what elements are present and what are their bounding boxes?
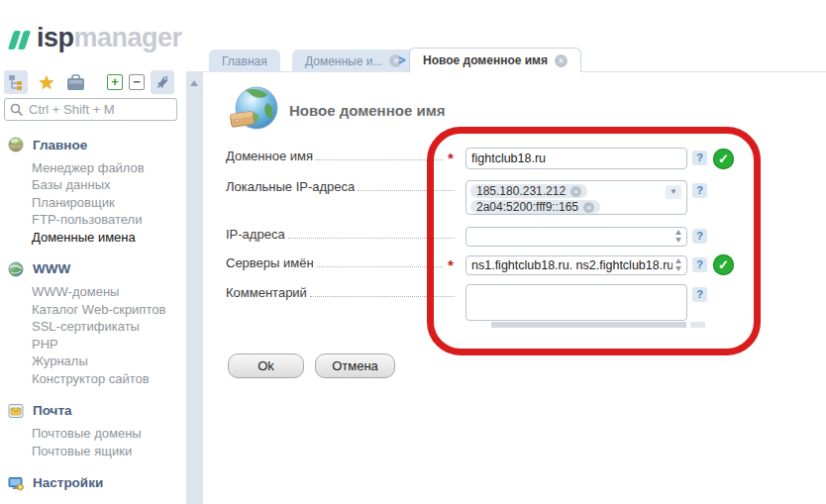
sidebar-item-mail-domains[interactable]: Почтовые домены bbox=[0, 426, 186, 444]
star-icon: ★ bbox=[38, 71, 54, 94]
sidebar-item-scheduler[interactable]: Планировщик bbox=[0, 194, 186, 212]
sidebar-header-www[interactable]: WWW bbox=[0, 259, 186, 279]
valid-check-icon: ✓ bbox=[713, 149, 734, 169]
sidebar-header-label: Главное bbox=[33, 138, 87, 152]
tab-new-domain-name[interactable]: Новое доменное имя × bbox=[409, 48, 581, 72]
sidebar-item-file-manager[interactable]: Менеджер файлов bbox=[0, 159, 186, 177]
sidebar-header-label: Настройки bbox=[33, 475, 103, 490]
tasks-button[interactable] bbox=[63, 70, 87, 94]
ok-button[interactable]: Ok bbox=[228, 353, 304, 378]
chip-remove-icon[interactable]: × bbox=[583, 202, 594, 213]
sphere-icon bbox=[8, 137, 24, 152]
pin-menu-button[interactable] bbox=[151, 70, 174, 94]
tab-label: Новое доменное имя bbox=[423, 53, 548, 67]
tab-bar: Главная Доменные и... × > Новое доменное… bbox=[203, 48, 826, 72]
help-button-domain-name[interactable]: ? bbox=[692, 151, 707, 165]
valid-check-icon: ✓ bbox=[713, 254, 734, 275]
dotted-leader bbox=[288, 238, 455, 239]
sidebar-item-web-scripts[interactable]: Каталог Web-скриптов bbox=[0, 301, 186, 319]
dropdown-arrow-icon[interactable]: ▼ bbox=[666, 185, 681, 199]
search-icon bbox=[10, 103, 24, 117]
horizontal-scrollbar-end bbox=[690, 322, 705, 328]
tab-label: Доменные и... bbox=[305, 54, 382, 68]
field-label-ips: IP-адреса bbox=[226, 227, 458, 242]
required-asterisk: * bbox=[448, 256, 460, 273]
spinner-down-icon[interactable] bbox=[675, 266, 681, 271]
page-title: Новое доменное имя bbox=[289, 102, 445, 119]
chip-text: 2a04:5200:fff9::165 bbox=[476, 200, 578, 214]
expand-all-button[interactable]: + bbox=[107, 74, 123, 90]
sidebar-item-www-domains[interactable]: WWW-домены bbox=[0, 284, 186, 302]
help-button-name-servers[interactable]: ? bbox=[692, 257, 707, 272]
field-label-name-servers: Серверы имён bbox=[226, 255, 446, 270]
dotted-leader bbox=[317, 266, 443, 267]
name-servers-spinner[interactable] bbox=[673, 258, 683, 271]
tree-icon bbox=[8, 74, 25, 91]
collapse-all-button[interactable]: − bbox=[129, 74, 145, 90]
required-asterisk: * bbox=[448, 150, 460, 166]
settings-icon bbox=[8, 475, 24, 491]
sidebar-section-mail: Почта Почтовые домены Почтовые ящики bbox=[0, 401, 186, 460]
field-label-comment: Комментарий bbox=[226, 285, 458, 300]
name-servers-input[interactable] bbox=[465, 255, 687, 275]
ip-chip: 2a04:5200:fff9::165 × bbox=[470, 200, 600, 214]
domain-globe-icon bbox=[228, 83, 281, 141]
sidebar-header-label: WWW bbox=[33, 261, 70, 276]
local-ips-multiselect[interactable]: 185.180.231.212 × 2a04:5200:fff9::165 × … bbox=[465, 180, 687, 215]
tree-view-button[interactable] bbox=[4, 70, 28, 94]
cancel-button[interactable]: Отмена bbox=[315, 353, 395, 378]
sidebar-section-main: Главное Менеджер файлов Базы данных План… bbox=[0, 135, 186, 247]
sidebar-item-databases[interactable]: Базы данных bbox=[0, 177, 186, 195]
field-label-domain-name: Доменное имя bbox=[226, 149, 446, 163]
horizontal-scrollbar[interactable] bbox=[491, 322, 686, 328]
dotted-leader bbox=[316, 159, 443, 160]
ip-addresses-input[interactable] bbox=[465, 227, 687, 247]
search-input[interactable] bbox=[29, 100, 175, 119]
sidebar-item-mailboxes[interactable]: Почтовые ящики bbox=[0, 443, 186, 460]
logo-text-isp: isp bbox=[37, 23, 74, 53]
tab-close-icon[interactable]: × bbox=[555, 54, 568, 67]
sidebar-header-label: Почта bbox=[33, 403, 72, 418]
label-text: Доменное имя bbox=[226, 149, 313, 163]
chip-remove-icon[interactable]: × bbox=[570, 186, 581, 197]
tab-label: Главная bbox=[222, 54, 267, 68]
sidebar-header-settings[interactable]: Настройки bbox=[0, 473, 186, 493]
help-button-ips[interactable]: ? bbox=[692, 229, 707, 244]
sidebar-item-ssl-certs[interactable]: SSL-сертификаты bbox=[0, 319, 186, 337]
chip-text: 185.180.231.212 bbox=[476, 184, 566, 198]
sidebar-nav: Главное Менеджер файлов Базы данных План… bbox=[0, 135, 186, 504]
ispmanager-logo: isp manager bbox=[11, 21, 182, 54]
spinner-up-icon[interactable] bbox=[675, 258, 681, 263]
help-button-comment[interactable]: ? bbox=[692, 287, 707, 302]
sidebar-header-main[interactable]: Главное bbox=[0, 135, 186, 154]
scroll-up-icon[interactable] bbox=[190, 80, 198, 86]
help-button-local-ips[interactable]: ? bbox=[692, 183, 707, 198]
domain-name-input[interactable] bbox=[465, 148, 687, 169]
logo-text-manager: manager bbox=[74, 23, 182, 53]
sidebar-item-ftp-users[interactable]: FTP-пользователи bbox=[0, 212, 186, 230]
ip-chip: 185.180.231.212 × bbox=[470, 184, 587, 198]
tab-domain-names[interactable]: Доменные и... × bbox=[292, 50, 415, 72]
spinner-down-icon[interactable] bbox=[675, 238, 681, 243]
sidebar-toolbar: ★ + − bbox=[4, 70, 184, 96]
ip-addresses-spinner[interactable] bbox=[673, 230, 683, 243]
search-box bbox=[4, 98, 177, 121]
sidebar-header-mail[interactable]: Почта bbox=[0, 401, 186, 421]
sidebar-item-php[interactable]: PHP bbox=[0, 336, 186, 353]
sidebar-scrollbar[interactable] bbox=[186, 71, 203, 504]
dotted-leader bbox=[310, 296, 455, 297]
tab-home[interactable]: Главная bbox=[209, 50, 280, 72]
field-label-local-ips: Локальные IP-адреса bbox=[226, 179, 458, 194]
favorites-button[interactable]: ★ bbox=[35, 70, 58, 94]
sidebar-item-site-builder[interactable]: Конструктор сайтов bbox=[0, 370, 186, 388]
ispmanager-window: isp manager ★ + − bbox=[0, 0, 826, 504]
label-text: Локальные IP-адреса bbox=[226, 179, 355, 194]
mail-icon bbox=[8, 403, 24, 419]
comment-textarea[interactable] bbox=[465, 284, 687, 321]
sidebar-item-domain-names[interactable]: Доменные имена bbox=[0, 229, 186, 247]
sidebar-section-settings: Настройки bbox=[0, 473, 186, 493]
label-text: IP-адреса bbox=[226, 227, 285, 242]
spinner-up-icon[interactable] bbox=[675, 230, 681, 235]
label-text: Серверы имён bbox=[226, 255, 314, 270]
sidebar-item-logs[interactable]: Журналы bbox=[0, 353, 186, 371]
